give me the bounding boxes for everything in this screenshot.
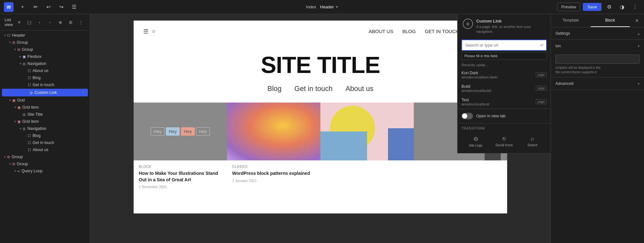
nav-link-about-us[interactable]: ABOUT US — [369, 29, 393, 34]
tree-item-grid-item-2[interactable]: ▾ ▣ Grid Item — [0, 118, 90, 125]
left-sidebar: List view ✕ { } ‹ › ⊕ ⊞ ⋮ ▾ ☐ Header — [0, 14, 90, 243]
article-card-content-4 — [414, 160, 507, 169]
transform-social-icons-label: Social Icons — [496, 143, 513, 147]
link-title-build: Build — [461, 84, 491, 89]
link-result-build-info: Build ainodev.local/build/ — [461, 84, 491, 93]
sidebar-nav-prev[interactable]: ‹ — [35, 18, 44, 27]
right-panel-close-button[interactable]: ✕ — [632, 15, 642, 26]
settings-section-ion-header[interactable]: ion ▾ — [551, 40, 644, 52]
settings-section-advanced-title: Advanced — [555, 81, 573, 86]
search-icon-canvas[interactable]: ⌕ — [152, 28, 156, 35]
tree-item-group4[interactable]: ▾ ⊞ Group — [0, 160, 90, 167]
recently-updated-label: Recently updat... — [458, 60, 551, 68]
tree-item-site-title[interactable]: ◎ Site Title — [0, 111, 90, 118]
link-url-build: ainodev.local/build/ — [461, 89, 491, 93]
transform-site-logo-label: Site Logo — [469, 144, 482, 147]
tools-button[interactable]: ✏ — [30, 2, 41, 12]
tree-item-group2[interactable]: ▾ ⊞ Group — [0, 46, 90, 53]
settings-chevron-settings: ▴ — [638, 32, 639, 35]
tree-item-navigation2[interactable]: ▾ ◎ Navigation — [0, 125, 90, 132]
add-block-button[interactable]: ＋ — [17, 2, 28, 12]
tree-item-query-loop[interactable]: ▾ ∞ Query Loop — [0, 167, 90, 175]
settings-section-ion: ion ▾ scription will be displayed in the… — [551, 40, 644, 77]
hamburger-icon[interactable]: ☰ — [143, 28, 148, 35]
link-result-kori-dark[interactable]: Kori Dark ainodev.local/kori-dark/ page — [458, 68, 551, 82]
transform-social-icons[interactable]: ⎋ Social Icons — [490, 133, 518, 150]
transform-site-logo[interactable]: ⊖ Site Logo — [461, 133, 490, 150]
redo-button[interactable]: ↪ — [56, 2, 66, 12]
sidebar-link-button[interactable]: ⊕ — [56, 18, 65, 27]
tree-item-group1[interactable]: ▾ ⊞ Group — [0, 39, 90, 46]
url-search-input[interactable] — [461, 40, 547, 51]
site-header-nav: ☰ ⌕ ABOUT US BLOG GET IN TOUCH ADD LINK — [134, 21, 507, 42]
tab-block[interactable]: Block — [591, 14, 630, 27]
link-result-test[interactable]: Test ainodev.local/test/ page — [458, 95, 551, 109]
settings-section-settings: Settings ▴ — [551, 27, 644, 40]
tab-template[interactable]: Template — [551, 14, 591, 27]
tree-item-grid-item-1[interactable]: ▾ ▣ Grid Item — [0, 104, 90, 111]
transform-search[interactable]: ⌕ Search — [518, 133, 547, 150]
article-img-hey: Hey Hey Hey Hey — [134, 103, 227, 160]
settings-section-advanced-header[interactable]: Advanced ▾ — [551, 77, 644, 90]
subtitle-blog[interactable]: Blog — [267, 85, 281, 93]
tree-item-get-in-touch2[interactable]: ☐ Get in touch — [0, 139, 90, 146]
preview-button[interactable]: Preview — [557, 3, 580, 11]
custom-link-info: Custom Link d a page, link, or another i… — [476, 19, 545, 34]
tree-item-options[interactable]: ⋮ — [81, 90, 85, 95]
nav-link-get-in-touch[interactable]: GET IN TOUCH — [425, 29, 459, 34]
settings-section-settings-header[interactable]: Settings ▴ — [551, 27, 644, 40]
article-category-2: CLASSIC — [232, 165, 315, 168]
site-logo-icon: ⊖ — [473, 135, 478, 142]
tree-item-about-us[interactable]: ☐ About us — [0, 67, 90, 74]
tree-item-blog[interactable]: ☐ Blog — [0, 74, 90, 81]
link-result-kori-dark-info: Kori Dark ainodev.local/kori-dark/ — [461, 71, 497, 79]
save-button[interactable]: Save — [583, 3, 601, 11]
url-search-submit-button[interactable]: ↵ — [540, 42, 544, 48]
main-layout: List view ✕ { } ‹ › ⊕ ⊞ ⋮ ▾ ☐ Header — [0, 14, 644, 243]
sidebar-more-button[interactable]: ⋮ — [76, 18, 85, 27]
editor-title: Index Header ▾ — [306, 4, 338, 9]
link-result-build[interactable]: Build ainodev.local/build/ page — [458, 82, 551, 95]
theme-toggle-button[interactable]: ◑ — [617, 2, 627, 12]
sidebar-nav-next[interactable]: › — [45, 18, 54, 27]
tree-item-get-in-touch[interactable]: ☐ Get in touch — [0, 81, 90, 88]
open-new-tab-toggle[interactable] — [461, 113, 473, 119]
settings-button[interactable]: ⚙ — [604, 2, 614, 12]
hey-box-1: Hey — [151, 127, 165, 136]
settings-ion-desc: scription will be displayed in thethe cu… — [555, 66, 639, 75]
article-card-3 — [320, 103, 414, 193]
tree-item-blog2[interactable]: ☐ Blog — [0, 132, 90, 139]
subtitle-about-us[interactable]: About us — [346, 85, 374, 93]
wp-logo: W — [4, 2, 14, 12]
tree-item-group3[interactable]: ▾ ⊞ Group — [0, 153, 90, 160]
article-grid: Hey Hey Hey Hey BLOCK How to Make Your I… — [134, 96, 507, 193]
right-panel-header: Template Block ✕ — [551, 14, 644, 27]
undo-button[interactable]: ↩ — [43, 2, 53, 12]
settings-ion-input[interactable] — [555, 55, 639, 64]
tree-item-flexbox[interactable]: ▸ ▣ Flexbox — [0, 53, 90, 60]
breadcrumb-arrow: ▾ — [336, 4, 338, 9]
toolbar-right: Preview Save ⚙ ◑ ⋮ — [557, 2, 640, 12]
tree-item-custom-link[interactable]: ◎ Custom Link ⋮ — [2, 89, 88, 96]
article-card-content-3 — [320, 160, 414, 169]
subtitle-get-in-touch[interactable]: Get in touch — [294, 85, 333, 93]
tree-item-header[interactable]: ▾ ☐ Header — [0, 32, 90, 39]
sidebar-breadcrumb-button[interactable]: ⊞ — [66, 18, 75, 27]
transform-section: TRANSFORM ⊖ Site Logo ⎋ Social Icons ⌕ S… — [458, 123, 551, 153]
document-overview-button[interactable]: ☰ — [69, 2, 79, 12]
sidebar-code-button[interactable]: { } — [25, 18, 34, 27]
sidebar-close-button[interactable]: ✕ — [14, 18, 24, 27]
tree-item-navigation[interactable]: ▾ ◎ Navigation — [0, 60, 90, 67]
canvas: ☰ ⌕ ABOUT US BLOG GET IN TOUCH ADD LINK … — [134, 21, 507, 213]
more-options-button[interactable]: ⋮ — [630, 2, 640, 12]
editor-title-header[interactable]: Header — [320, 4, 334, 9]
tree-item-grid[interactable]: ▾ ▣ Grid — [0, 97, 90, 104]
link-url-test: ainodev.local/test/ — [461, 102, 489, 106]
site-title-section: SITE TITLE Blog Get in touch About us — [134, 42, 507, 96]
article-title-2[interactable]: WordPress block patterns explained — [232, 170, 315, 177]
nav-link-blog[interactable]: BLOG — [402, 29, 416, 34]
article-title-1[interactable]: How to Make Your Illustrations Stand Out… — [139, 170, 222, 183]
tree-item-about-us2[interactable]: ☐ About us — [0, 146, 90, 153]
settings-section-settings-title: Settings — [555, 31, 570, 36]
search-icon-transform: ⌕ — [531, 135, 534, 142]
